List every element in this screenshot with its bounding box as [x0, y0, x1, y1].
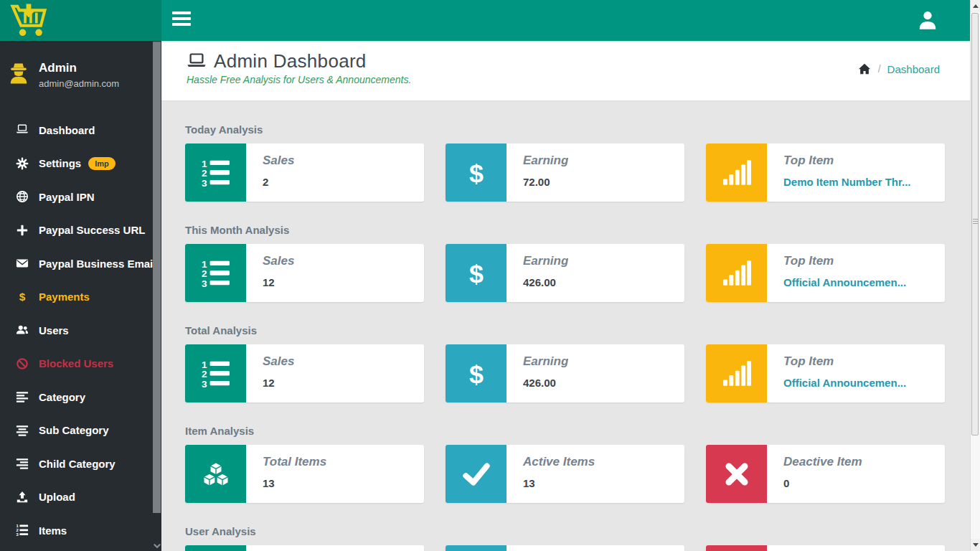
sidebar-item-label: Category [39, 391, 85, 403]
card-value: 2 [263, 176, 294, 188]
sidebar-item-items[interactable]: 123Items [0, 514, 161, 547]
upload-icon [14, 490, 30, 504]
scroll-up-button[interactable] [971, 0, 980, 12]
laptop-icon [14, 123, 30, 137]
sidebar-item-label: Blocked Users [39, 357, 113, 369]
card-body: Earning426.00 [507, 344, 568, 402]
card-body: Active Items13 [507, 445, 595, 503]
svg-text:2: 2 [16, 529, 19, 533]
cards-row [185, 545, 946, 551]
page-header: Admin Dashboard Hassle Free Analysis for… [161, 41, 970, 101]
card-total-items: Total Items13 [185, 445, 424, 503]
card-deactive-item: Deactive Item0 [706, 445, 945, 503]
scrollbar-grip-icon [973, 219, 978, 225]
card-label: Active Items [523, 455, 595, 469]
color-block-icon [706, 545, 767, 551]
list-ol-icon: 123 [185, 143, 246, 202]
main-scrollbar-thumb[interactable] [971, 13, 979, 435]
card-body: Earning426.00 [507, 244, 568, 302]
users-icon [14, 323, 30, 337]
list-ol-icon: 123 [14, 523, 30, 537]
sidebar-item-child-category[interactable]: Child Category [0, 447, 161, 481]
card-earning: $Earning426.00 [446, 344, 684, 402]
sidebar-scrollbar[interactable] [153, 41, 161, 551]
card-item-link[interactable]: Official Announcemen... [783, 377, 906, 389]
app-logo[interactable] [0, 0, 161, 41]
list-ol-icon: 123 [185, 344, 246, 402]
svg-text:$: $ [469, 259, 484, 288]
card-item-link[interactable]: Official Announcemen... [783, 276, 906, 288]
card-label: Sales [263, 154, 294, 168]
sidebar-item-label: Users [39, 324, 69, 336]
menu-toggle-icon[interactable] [172, 11, 191, 29]
analysis-card [185, 545, 424, 551]
card-label: Sales [263, 254, 294, 268]
card-top-item: Top ItemOfficial Announcemen... [706, 344, 945, 402]
chevron-down-icon[interactable] [153, 540, 161, 549]
sidebar-item-label: Paypal IPN [39, 191, 95, 203]
page-subtitle: Hassle Free Analysis for Users & Announc… [187, 74, 940, 85]
card-body: Total Items13 [246, 445, 326, 503]
align-right-icon [14, 456, 30, 471]
sidebar-item-paypal-ipn[interactable]: Paypal IPN [0, 180, 161, 214]
card-label: Top Item [783, 254, 906, 268]
card-value: 426.00 [523, 377, 568, 389]
svg-text:1: 1 [16, 524, 19, 529]
card-active-items: Active Items13 [446, 445, 684, 503]
card-sales: 123Sales2 [185, 143, 424, 202]
card-item-link[interactable]: Demo Item Number Thr... [783, 176, 911, 188]
sidebar-item-dashboard[interactable]: Dashboard [0, 113, 161, 147]
card-body: Sales12 [246, 244, 294, 302]
sidebar-item-label: Sub Category [39, 424, 109, 436]
triangle-down-icon [973, 543, 979, 547]
svg-text:3: 3 [202, 278, 207, 288]
card-sales: 123Sales12 [185, 244, 424, 302]
chart-bars-icon [706, 344, 767, 402]
laptop-icon [185, 52, 208, 72]
scroll-down-button[interactable] [971, 539, 980, 551]
sidebar-item-upload[interactable]: Upload [0, 481, 161, 514]
card-label: Earning [523, 154, 568, 168]
sidebar-item-category[interactable]: Category [0, 380, 161, 414]
user-account-icon[interactable] [917, 9, 938, 31]
card-body: Earning72.00 [507, 143, 568, 202]
sidebar-item-label: Upload [39, 491, 75, 503]
home-icon[interactable] [857, 62, 872, 75]
main-content: Admin Dashboard Hassle Free Analysis for… [161, 41, 970, 551]
sidebar-item-label: Dashboard [39, 124, 95, 136]
card-body: Top ItemOfficial Announcemen... [767, 344, 906, 402]
align-center-icon [14, 423, 30, 438]
card-label: Top Item [783, 354, 906, 369]
svg-text:3: 3 [202, 378, 207, 388]
globe-icon [14, 189, 30, 204]
triangle-up-icon [973, 4, 979, 8]
main-scrollbar[interactable] [970, 0, 980, 551]
sidebar-item-blocked-users[interactable]: Blocked Users [0, 347, 161, 381]
card-value: 13 [523, 477, 595, 489]
page-title: Admin Dashboard [214, 50, 367, 72]
sidebar-item-paypal-success-url[interactable]: Paypal Success URL [0, 214, 161, 248]
sidebar-item-sub-category[interactable]: Sub Category [0, 414, 161, 448]
analysis-sections: Today Analysis123Sales2$Earning72.00Top … [161, 122, 970, 551]
gear-icon [14, 156, 30, 171]
sidebar-scrollbar-thumb[interactable] [153, 42, 161, 513]
dollar-icon: $ [446, 344, 507, 402]
sidebar-item-payments[interactable]: $Payments [0, 281, 161, 314]
chart-bars-icon [706, 244, 767, 302]
breadcrumb-current-link[interactable]: Dashboard [887, 63, 940, 75]
sidebar-item-label: Child Category [39, 458, 116, 470]
analysis-card [446, 545, 684, 551]
sidebar-item-users[interactable]: Users [0, 314, 161, 347]
card-label: Earning [523, 254, 568, 268]
breadcrumb-separator: / [878, 63, 881, 75]
card-value: 13 [263, 477, 326, 489]
sidebar-item-settings[interactable]: SettingsImp [0, 147, 161, 181]
cart-arrow-down-icon [9, 3, 48, 39]
dollar-icon: $ [446, 143, 507, 202]
svg-text:3: 3 [202, 177, 207, 187]
sidebar-item-paypal-business-email[interactable]: Paypal Business Email [0, 247, 161, 281]
dollar-icon: $ [446, 244, 507, 302]
card-body [246, 545, 263, 551]
svg-text:$: $ [469, 159, 484, 187]
card-value: 0 [783, 477, 862, 489]
